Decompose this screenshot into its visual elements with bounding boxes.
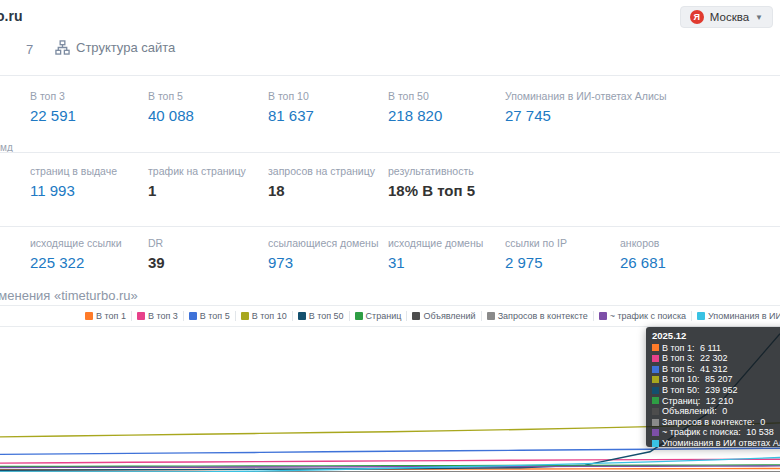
- tooltip-swatch: [652, 429, 659, 436]
- legend-swatch: [599, 312, 607, 320]
- tooltip-swatch: [652, 397, 659, 404]
- chevron-down-icon: ▼: [755, 13, 763, 22]
- tooltip-row: В топ 1085 207: [652, 374, 780, 385]
- stat-top10: В топ 10 81 637: [268, 90, 314, 124]
- tooltip-value: 6 111: [700, 343, 721, 354]
- legend-label: В топ 50: [309, 311, 344, 321]
- cutoff-counter-text: 7: [26, 42, 33, 57]
- stat-label: анкоров: [620, 237, 666, 249]
- stat-anchors: анкоров 26 681: [620, 237, 666, 271]
- tooltip-swatch: [652, 355, 659, 362]
- stat-outbound-links: исходящие ссылки 225 322: [30, 237, 122, 271]
- legend-item-context-queries[interactable]: Запросов в контексте: [481, 311, 593, 321]
- tooltip-row: Объявлений0: [652, 406, 780, 417]
- tooltip-date: 2025.12: [652, 331, 780, 342]
- legend-item-top10[interactable]: В топ 10: [235, 311, 292, 321]
- stat-top5: В топ 5 40 088: [148, 90, 194, 124]
- stat-label: ссылающиеся домены: [268, 237, 378, 249]
- stat-outbound-domains: исходящие домены 31: [388, 237, 483, 271]
- tooltip-swatch: [652, 440, 659, 447]
- tooltip-row: В топ 541 312: [652, 364, 780, 375]
- stat-value[interactable]: 218 820: [388, 107, 442, 124]
- stat-value[interactable]: 2 975: [505, 254, 567, 271]
- tooltip-row: Упоминания в ИИ ответах Алисы25 1: [652, 438, 780, 447]
- legend-swatch: [298, 312, 306, 320]
- stat-queries-per-page: запросов на страницу 18: [268, 165, 375, 199]
- stat-traffic-per-page: трафик на страницу 1: [148, 165, 246, 199]
- stat-value[interactable]: 225 322: [30, 254, 122, 271]
- tooltip-label: Запросов в контексте: [662, 417, 757, 428]
- stat-label: запросов на страницу: [268, 165, 375, 177]
- legend-swatch: [355, 312, 363, 320]
- stat-label: страниц в выдаче: [30, 165, 117, 177]
- stat-label: В топ 3: [30, 90, 76, 102]
- region-selector-button[interactable]: Я Москва ▼: [680, 6, 773, 28]
- legend-label: В топ 5: [200, 311, 230, 321]
- legend-item-search-traffic[interactable]: ~ трафик с поиска: [593, 311, 691, 321]
- site-structure-link[interactable]: Структура сайта: [55, 40, 175, 55]
- tooltip-row: В топ 50239 952: [652, 385, 780, 396]
- divider: [0, 75, 780, 76]
- tooltip-swatch: [652, 387, 659, 394]
- tooltip-value: 12 210: [706, 396, 734, 407]
- legend-swatch: [697, 312, 705, 320]
- site-structure-label: Структура сайта: [76, 40, 175, 55]
- tooltip-swatch: [652, 344, 659, 351]
- tooltip-row: В топ 322 302: [652, 353, 780, 364]
- stat-value: 1: [148, 182, 246, 199]
- tooltip-swatch: [652, 376, 659, 383]
- tooltip-label: Страниц: [662, 396, 703, 407]
- legend-item-pages[interactable]: Страниц: [349, 311, 407, 321]
- tooltip-value: 22 302: [700, 353, 728, 364]
- yandex-region-icon: Я: [690, 10, 704, 24]
- stat-value[interactable]: 81 637: [268, 107, 314, 124]
- stat-value[interactable]: 973: [268, 254, 378, 271]
- stat-effectiveness: результативность 18% В топ 5: [388, 165, 475, 199]
- legend-item-ads[interactable]: Объявлений: [406, 311, 480, 321]
- legend-item-top3[interactable]: В топ 3: [131, 311, 183, 321]
- tooltip-label: В топ 1: [662, 343, 697, 354]
- legend-item-top50[interactable]: В топ 50: [292, 311, 349, 321]
- stat-value[interactable]: 26 681: [620, 254, 666, 271]
- stat-label: В топ 50: [388, 90, 442, 102]
- legend-item-alice-mentions[interactable]: Упоминания в ИИ ответах Алисы: [691, 311, 780, 321]
- tooltip-row: Запросов в контексте0: [652, 417, 780, 428]
- stat-value[interactable]: 11 993: [30, 182, 117, 199]
- chart-tooltip: 2025.12 В топ 16 111 В топ 322 302 В топ…: [646, 327, 780, 447]
- stat-label: DR: [148, 237, 165, 249]
- stat-top50: В топ 50 218 820: [388, 90, 442, 124]
- stat-value[interactable]: 22 591: [30, 107, 76, 124]
- stat-value[interactable]: 31: [388, 254, 483, 271]
- tooltip-label: ~ трафик с поиска: [662, 427, 743, 438]
- region-label: Москва: [710, 11, 749, 23]
- legend-label: Запросов в контексте: [498, 311, 588, 321]
- legend-item-top5[interactable]: В топ 5: [183, 311, 235, 321]
- legend-label: В топ 3: [148, 311, 178, 321]
- divider: [0, 226, 780, 227]
- stat-value[interactable]: 40 088: [148, 107, 194, 124]
- legend-swatch: [137, 312, 145, 320]
- chart-legend: В топ 1 В топ 3 В топ 5 В топ 10 В топ 5…: [0, 305, 780, 327]
- legend-label: Объявлений: [423, 311, 475, 321]
- legend-label: В топ 10: [252, 311, 287, 321]
- legend-item-top1[interactable]: В топ 1: [80, 311, 131, 321]
- legend-swatch: [412, 312, 420, 320]
- legend-label: Страниц: [366, 311, 402, 321]
- tooltip-value: 41 312: [700, 364, 728, 375]
- stat-value: 18% В топ 5: [388, 182, 475, 199]
- tooltip-label: В топ 3: [662, 353, 697, 364]
- tooltip-label: В топ 10: [662, 374, 702, 385]
- stat-label: В топ 10: [268, 90, 314, 102]
- tooltip-value: 10 538: [746, 427, 774, 438]
- tooltip-swatch: [652, 408, 659, 415]
- tooltip-row: В топ 16 111: [652, 343, 780, 354]
- stat-pages-indexed: страниц в выдаче 11 993: [30, 165, 117, 199]
- tooltip-value: 85 207: [705, 374, 733, 385]
- legend-swatch: [241, 312, 249, 320]
- stat-label: В топ 5: [148, 90, 194, 102]
- stat-referring-domains: ссылающиеся домены 973: [268, 237, 378, 271]
- stat-value[interactable]: 27 745: [505, 107, 667, 124]
- stat-label: Упоминания в ИИ-ответах Алисы: [505, 90, 667, 102]
- tooltip-value: 239 952: [705, 385, 738, 396]
- sitemap-icon: [55, 40, 70, 55]
